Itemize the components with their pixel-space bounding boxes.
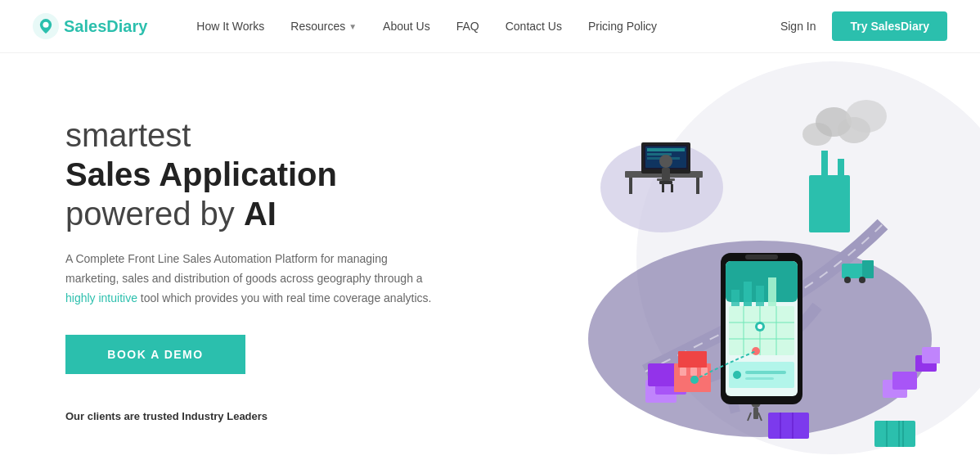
nav-item-faq[interactable]: FAQ	[456, 20, 479, 33]
svg-rect-44	[731, 290, 739, 306]
svg-rect-30	[874, 421, 915, 447]
svg-point-57	[733, 371, 741, 379]
svg-point-13	[859, 277, 865, 283]
svg-rect-4	[821, 151, 828, 179]
nav-item-how-it-works[interactable]: How It Works	[196, 20, 264, 33]
svg-point-1	[43, 22, 48, 28]
logo[interactable]: SalesDiary	[33, 13, 147, 39]
svg-rect-26	[678, 351, 707, 368]
hero-illustration	[515, 61, 940, 453]
try-salesdiary-button[interactable]: Try SalesDiary	[832, 11, 947, 41]
svg-point-55	[757, 324, 762, 329]
svg-point-75	[659, 155, 672, 168]
nav-links: How It Works Resources ▼ About Us FAQ Co…	[196, 20, 780, 33]
hero-line3: powered by AI	[65, 194, 442, 233]
svg-rect-47	[768, 277, 776, 306]
clients-trusted-text: Our clients are trusted Industry Leaders	[65, 410, 442, 422]
svg-rect-24	[922, 347, 940, 363]
nav-item-about-us[interactable]: About Us	[383, 20, 430, 33]
svg-point-9	[846, 100, 887, 133]
hero-desc-link[interactable]: highly intuitive	[65, 291, 137, 304]
hero-line1: smartest	[65, 115, 442, 155]
nav-right: Sign In Try SalesDiary	[780, 11, 947, 41]
navbar: SalesDiary How It Works Resources ▼ Abou…	[0, 0, 980, 53]
svg-rect-60	[745, 255, 778, 259]
svg-rect-65	[629, 178, 632, 194]
nav-item-contact-us[interactable]: Contact Us	[506, 20, 562, 33]
chevron-down-icon: ▼	[348, 22, 357, 31]
svg-point-12	[844, 277, 851, 283]
svg-rect-28	[690, 368, 697, 376]
svg-rect-66	[696, 178, 699, 194]
hero-left: smartest Sales Application powered by AI…	[0, 53, 474, 460]
book-demo-button[interactable]: BOOK A DEMO	[65, 335, 245, 374]
logo-text: SalesDiary	[64, 17, 147, 36]
svg-rect-78	[662, 184, 664, 192]
hero-right	[474, 53, 980, 460]
svg-rect-58	[745, 371, 786, 374]
nav-item-pricing-policy[interactable]: Pricing Policy	[588, 20, 657, 33]
svg-rect-79	[671, 184, 673, 192]
svg-rect-70	[647, 148, 685, 151]
svg-rect-27	[680, 368, 686, 376]
sign-in-button[interactable]: Sign In	[780, 20, 816, 33]
svg-rect-45	[744, 282, 752, 306]
hero-line2: Sales Application	[65, 155, 442, 194]
hero-section: smartest Sales Application powered by AI…	[0, 53, 980, 460]
svg-rect-34	[768, 413, 809, 439]
svg-rect-77	[659, 181, 672, 184]
svg-rect-38	[753, 408, 758, 419]
svg-point-62	[752, 347, 760, 355]
svg-rect-59	[745, 377, 774, 380]
logo-icon	[33, 13, 59, 39]
svg-rect-11	[862, 260, 874, 278]
svg-rect-5	[838, 159, 844, 179]
nav-item-resources[interactable]: Resources ▼	[290, 20, 357, 33]
hero-description: A Complete Front Line Sales Automation P…	[65, 250, 442, 308]
svg-rect-76	[662, 168, 670, 181]
svg-rect-22	[892, 372, 917, 390]
svg-rect-46	[756, 286, 764, 306]
svg-rect-3	[809, 175, 850, 232]
